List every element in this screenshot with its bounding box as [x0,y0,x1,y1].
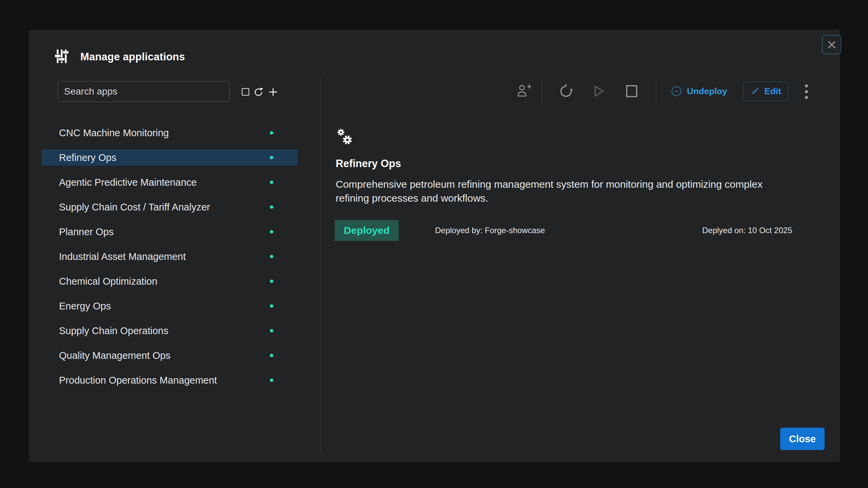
edit-button[interactable]: Edit [743,82,788,101]
app-label: Industrial Asset Management [59,251,186,262]
undeploy-button[interactable]: Undeploy [671,83,727,99]
status-dot-icon [270,329,273,332]
status-dot-icon [270,354,273,357]
status-dot-icon [270,205,273,209]
play-button[interactable] [591,84,606,100]
status-dot-icon [270,230,273,233]
app-label: Agentic Predictive Maintenance [59,177,197,188]
app-list-item[interactable]: Quality Management Ops [41,347,298,364]
app-label: Planner Ops [59,226,114,238]
status-dot-icon [270,280,273,283]
toolbar-divider [656,77,656,105]
square-icon[interactable] [242,88,249,96]
play-icon [591,84,606,99]
search-input[interactable] [58,81,230,102]
sliders-icon [55,48,69,64]
add-user-icon [516,84,532,98]
deployed-on-text: Deplyed on: 10 Oct 2025 [702,220,792,241]
status-dot-icon [270,304,273,308]
close-button[interactable]: Close [780,428,825,450]
app-list-item[interactable]: Chemical Optimization [41,273,298,289]
app-label: Supply Chain Cost / Tariff Analyzer [59,202,210,213]
gears-icon [337,128,355,147]
close-icon [827,40,836,49]
edit-label: Edit [764,86,781,97]
status-badge: Deployed [335,220,399,241]
stop-button[interactable] [625,84,638,99]
app-detail-description: Comprehensive petroleum refining managem… [336,177,797,205]
kebab-menu-button[interactable] [799,81,813,102]
dialog-title: Manage applications [80,49,185,65]
dialog-close-button[interactable] [822,35,841,54]
app-list: CNC Machine Monitoring Refinery Ops Agen… [41,125,298,397]
app-list-item[interactable]: Energy Ops [41,298,298,314]
app-list-item[interactable]: Planner Ops [41,224,298,240]
app-label: CNC Machine Monitoring [59,127,169,139]
screen: Manage applications CNC Ma [0,0,868,488]
undeploy-label: Undeploy [687,86,727,97]
add-user-button[interactable] [516,84,532,99]
app-label: Quality Management Ops [59,350,171,361]
app-list-item[interactable]: Agentic Predictive Maintenance [41,174,298,190]
status-dot-icon [270,255,273,258]
restart-button[interactable] [559,84,574,100]
app-list-item[interactable]: Refinery Ops [41,149,298,166]
app-label: Refinery Ops [59,152,116,163]
manage-applications-dialog: Manage applications CNC Ma [29,29,840,462]
status-dot-icon [270,181,273,184]
panel-divider [320,78,321,454]
sidebar-actions [242,86,278,98]
plus-icon[interactable] [268,87,278,97]
app-label: Production Operations Management [59,375,217,386]
restart-icon [559,84,574,99]
pencil-icon [750,87,760,96]
app-detail-title: Refinery Ops [336,158,401,170]
app-list-item[interactable]: Supply Chain Cost / Tariff Analyzer [41,199,298,215]
app-label: Chemical Optimization [59,276,157,287]
app-label: Supply Chain Operations [59,325,168,337]
app-label: Energy Ops [59,301,111,312]
status-dot-icon [270,131,273,135]
toolbar-divider [541,77,542,105]
app-list-item[interactable]: Industrial Asset Management [41,248,298,265]
stop-icon [625,84,638,98]
status-row: Deployed Deployed by: Forge-showcase Dep… [335,220,809,241]
kebab-menu-icon [805,84,808,87]
app-list-item[interactable]: Production Operations Management [41,372,298,388]
app-list-item[interactable]: Supply Chain Operations [41,323,298,339]
app-list-item[interactable]: CNC Machine Monitoring [41,125,298,141]
deployed-by-text: Deployed by: Forge-showcase [435,220,545,241]
status-dot-icon [270,379,273,382]
status-dot-icon [270,156,273,159]
minus-circle-icon [671,86,682,97]
refresh-icon[interactable] [254,87,263,97]
